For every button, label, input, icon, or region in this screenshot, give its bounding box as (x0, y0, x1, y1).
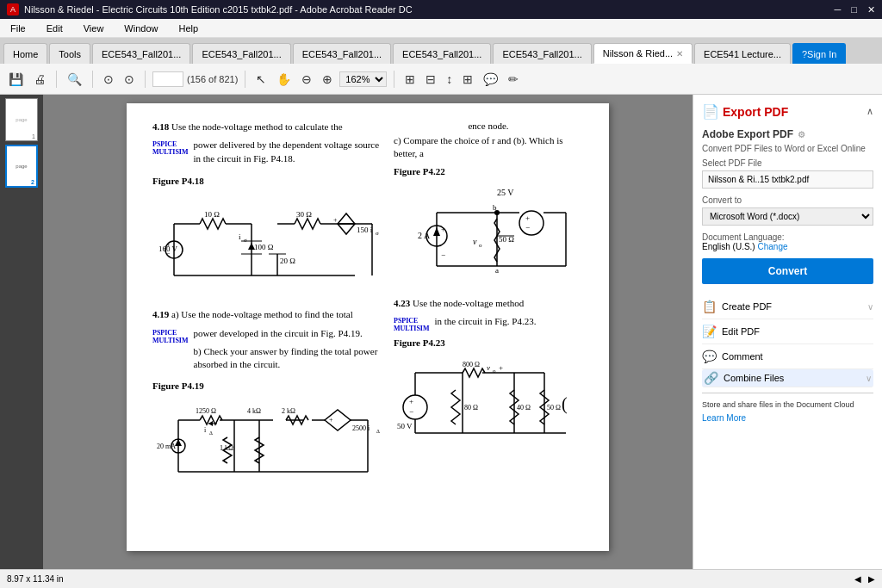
svg-text:30 Ω: 30 Ω (296, 210, 312, 219)
nav-next-btn[interactable]: ⊙ (121, 71, 138, 88)
comment-icon: 💬 (702, 350, 717, 363)
export-collapse-btn[interactable]: ∧ (866, 106, 873, 117)
page-total: (156 of 821) (187, 74, 238, 84)
svg-text:σ: σ (376, 230, 379, 237)
create-pdf-row[interactable]: 📋 Create PDF ∨ (702, 294, 873, 319)
right-column: ence node. c) Compare the choice of r an… (394, 121, 583, 501)
svg-text:+: + (441, 225, 445, 233)
doc-lang-label: Document Language: (702, 232, 873, 242)
pspice-418: PSPICE (152, 140, 189, 148)
maximize-btn[interactable]: □ (851, 4, 857, 15)
tab-ece541[interactable]: ECE541 Lecture... (694, 43, 791, 64)
svg-text:2 A: 2 A (418, 231, 431, 240)
next-page-btn[interactable]: ▶ (868, 574, 875, 584)
menu-edit[interactable]: Edit (43, 22, 66, 35)
tab-nilsson[interactable]: Nilsson & Ried... ✕ (593, 43, 693, 64)
pspice-419: PSPICE (152, 329, 189, 337)
circuit-418: 10 Ω 30 Ω + − 160 V (157, 189, 381, 301)
convert-to-label: Convert to (702, 195, 873, 205)
svg-text:σ: σ (244, 237, 247, 244)
svg-text:Δ: Δ (209, 430, 213, 436)
comment-row[interactable]: 💬 Comment (702, 344, 873, 369)
thumb-2[interactable]: page 2 (5, 145, 38, 188)
edit-pdf-row[interactable]: 📝 Edit PDF (702, 319, 873, 344)
tool1-btn[interactable]: ⊞ (459, 71, 476, 88)
tab-tools[interactable]: Tools (49, 43, 90, 64)
tab-signin[interactable]: ? Sign In (792, 43, 846, 64)
main-area: page 1 page 2 4.18 (0, 95, 882, 569)
learn-more-link[interactable]: Learn More (702, 413, 746, 423)
problem-423: 4.23 Use the node-voltage method PSPICE … (394, 297, 583, 334)
prob-423-detail: in the circuit in Fig. P4.23. (435, 315, 537, 328)
svg-text:a: a (495, 266, 499, 275)
combine-files-row[interactable]: 🔗 Combine Files ∨ (702, 369, 873, 387)
page-number-input[interactable]: 132 (152, 71, 183, 87)
tab-ece5[interactable]: ECE543_Fall201... (493, 43, 591, 64)
convert-description: Convert PDF Files to Word or Excel Onlin… (702, 144, 873, 153)
tab-ece1[interactable]: ECE543_Fall201... (92, 43, 190, 64)
create-pdf-label: Create PDF (722, 301, 772, 312)
svg-marker-71 (433, 227, 440, 236)
left-column: 4.18 Use the node-voltage method to calc… (152, 121, 385, 501)
svg-text:50 Ω: 50 Ω (547, 404, 561, 412)
svg-text:v: v (487, 363, 490, 372)
convert-button[interactable]: Convert (702, 258, 873, 284)
menu-window[interactable]: Window (121, 22, 161, 35)
tab-ece3[interactable]: ECE543_Fall201... (293, 43, 391, 64)
fit-width-btn[interactable]: ⊟ (422, 71, 439, 88)
svg-text:50 Ω: 50 Ω (499, 235, 514, 244)
sign-btn[interactable]: ✏ (505, 71, 522, 88)
status-bar: 8.97 x 11.34 in ◀ ▶ (0, 569, 882, 588)
save-btn[interactable]: 💾 (5, 71, 27, 88)
close-btn[interactable]: ✕ (867, 4, 875, 15)
zoom-select[interactable]: 162% (339, 71, 387, 87)
svg-text:−: − (441, 251, 445, 259)
store-text: Store and share files in the Document Cl… (702, 400, 873, 409)
prev-page-btn[interactable]: ◀ (854, 574, 861, 584)
export-title: 📄 Export PDF (702, 103, 788, 120)
comment-btn[interactable]: 💬 (480, 71, 501, 88)
tab-close-nilsson[interactable]: ✕ (676, 49, 683, 59)
tab-home[interactable]: Home (3, 43, 47, 64)
combine-files-label: Combine Files (724, 373, 784, 383)
prob-423-text: Use the node-voltage method (413, 298, 524, 308)
menu-view[interactable]: View (80, 22, 108, 35)
svg-text:+: + (409, 397, 413, 405)
menu-bar: File Edit View Window Help (0, 19, 882, 38)
circuit-422: 25 V b + − (394, 180, 583, 292)
minimize-btn[interactable]: ─ (835, 4, 842, 15)
menu-file[interactable]: File (7, 22, 29, 35)
zoom-out-btn[interactable]: ⊖ (298, 71, 315, 88)
doc-lang-value: English (U.S.) Change (702, 242, 873, 251)
svg-text:o: o (493, 368, 496, 374)
comment-label: Comment (722, 351, 763, 362)
tab-ece2[interactable]: ECE543_Fall201... (192, 43, 290, 64)
svg-text:i: i (204, 426, 207, 434)
change-language-link[interactable]: Change (757, 242, 787, 251)
multisim-423: MULTISIM (394, 325, 430, 332)
cursor-btn[interactable]: ↖ (252, 71, 270, 88)
fit-page-btn[interactable]: ⊞ (401, 71, 419, 88)
svg-text:4 kΩ: 4 kΩ (247, 407, 261, 415)
tab-ece4[interactable]: ECE543_Fall201... (393, 43, 491, 64)
nav-prev-btn[interactable]: ⊙ (100, 71, 117, 88)
convert-format-select[interactable]: Microsoft Word (*.docx) (702, 207, 873, 226)
hand-btn[interactable]: ✋ (273, 71, 295, 88)
svg-text:i: i (239, 232, 241, 241)
combine-arrow: ∨ (866, 374, 872, 383)
print-btn[interactable]: 🖨 (30, 71, 49, 88)
svg-text:(: ( (562, 394, 568, 414)
toolbar: 💾 🖨 🔍 ⊙ ⊙ 132 (156 of 821) ↖ ✋ ⊖ ⊕ 162% … (0, 64, 882, 95)
compare-text: c) Compare the choice of r and (b). Whic… (394, 134, 583, 161)
zoom-in-btn[interactable]: ⊕ (319, 71, 336, 88)
pdf-file-display: Nilsson & Ri..15 txtbk2.pdf (702, 170, 873, 189)
svg-text:20 Ω: 20 Ω (280, 257, 295, 265)
thumb-1[interactable]: page 1 (5, 98, 38, 141)
menu-help[interactable]: Help (175, 22, 202, 35)
rotate-btn[interactable]: ↕ (443, 71, 456, 88)
svg-text:10 Ω: 10 Ω (204, 210, 220, 219)
search-btn[interactable]: 🔍 (64, 71, 85, 88)
window-title: Nilsson & Riedel - Electric Circuits 10t… (24, 4, 413, 15)
edit-pdf-label: Edit PDF (722, 326, 760, 337)
svg-text:150 i: 150 i (357, 226, 373, 234)
